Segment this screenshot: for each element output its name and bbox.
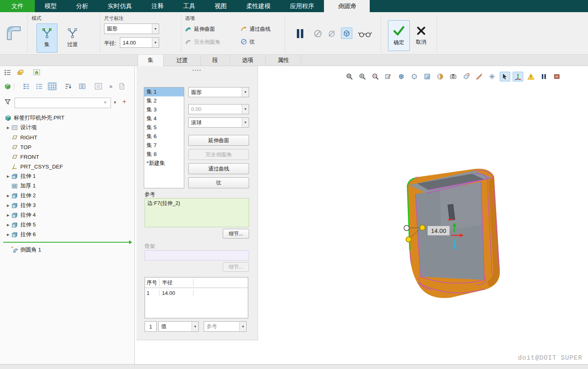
more-tools-chevron[interactable]: » [108, 82, 114, 90]
section-view-icon[interactable] [422, 72, 432, 81]
tree-root-part[interactable]: 标签打印机外壳.PRT [0, 113, 134, 123]
set-item-6[interactable]: 集 6 [144, 132, 184, 141]
tab-transitions[interactable]: 过渡 [164, 55, 201, 66]
display-style-icon[interactable] [409, 72, 420, 81]
radius-select[interactable]: 14.00 ▼ [120, 37, 159, 48]
radius-table[interactable]: 序号 半径 1 14.00 [145, 277, 248, 318]
menu-view[interactable]: 视图 [205, 0, 236, 12]
ok-button[interactable]: 确定 [388, 20, 410, 51]
menu-live-sim[interactable]: 实时仿真 [98, 0, 142, 12]
sort-icon[interactable] [64, 82, 73, 90]
reference-item[interactable]: 边:F7(拉伸_2) [147, 200, 180, 206]
tree-item-extrude-4[interactable]: ▶ 拉伸 4 [0, 210, 134, 220]
tree-item-top-plane[interactable]: TOP [0, 142, 134, 152]
tree-item-extrude-3[interactable]: ▶ 拉伸 3 [0, 200, 134, 210]
full-round-option[interactable]: 完全倒圆角 [185, 37, 220, 47]
warning-icon[interactable] [526, 72, 536, 81]
expand-arrow-icon[interactable]: ▶ [5, 233, 11, 237]
expand-arrow-icon[interactable]: ▶ [5, 175, 11, 178]
menu-applications[interactable]: 应用程序 [280, 0, 324, 12]
shading-style-icon[interactable] [396, 72, 407, 81]
set-item-2[interactable]: 集 2 [144, 96, 184, 105]
detail-list-icon[interactable] [94, 82, 103, 90]
conic-value-select[interactable]: 0.00 ▼ [188, 104, 249, 114]
tree-item-csys[interactable]: PRT_CSYS_DEF [0, 162, 134, 171]
model-3d-view[interactable]: 14.00 [379, 160, 517, 306]
panel-shape-select[interactable]: 圆形 ▼ [188, 87, 249, 97]
full-round-button[interactable]: 完全倒圆角 [188, 149, 249, 160]
tree-format-icon[interactable] [22, 82, 31, 90]
no-preview-icon[interactable] [313, 28, 323, 39]
panel-drag-handle[interactable]: •••• [136, 68, 258, 73]
set-item-4[interactable]: 集 4 [144, 114, 184, 123]
spine-collector[interactable] [145, 250, 249, 260]
tree-item-front-plane[interactable]: FRONT [0, 152, 134, 162]
model-tree-icon[interactable] [3, 68, 12, 77]
radius-dimension[interactable]: 14.00 [428, 226, 450, 235]
tree-item-extrude-5[interactable]: ▶ 拉伸 5 [0, 220, 134, 230]
set-item-7[interactable]: 集 7 [144, 141, 184, 150]
insertion-indicator[interactable] [3, 242, 131, 243]
tree-filter-input[interactable] [15, 98, 111, 108]
datum-display-icon[interactable] [487, 72, 497, 81]
chevron-down-icon[interactable]: ▼ [242, 118, 249, 127]
add-filter-icon[interactable]: + [121, 98, 128, 106]
through-curve-option[interactable]: 通过曲线 [241, 24, 271, 34]
through-curve-button[interactable]: 通过曲线 [188, 163, 249, 174]
chevron-down-icon[interactable]: ▼ [152, 24, 159, 34]
stop-icon[interactable] [552, 72, 562, 81]
zoom-out-icon[interactable] [370, 72, 381, 81]
chord-option[interactable]: 弦 [241, 37, 255, 47]
menu-flex-modeling[interactable]: 柔性建模 [236, 0, 280, 12]
tab-options[interactable]: 选项 [230, 55, 266, 66]
pause-icon[interactable] [539, 72, 549, 81]
tree-item-extrude-1[interactable]: ▶ 拉伸 1 [0, 171, 134, 181]
menu-round-active[interactable]: 倒圆角 [324, 0, 370, 12]
menu-tools[interactable]: 工具 [173, 0, 205, 12]
extend-surfaces-button[interactable]: 延伸曲面 [188, 135, 249, 146]
radius-drag-handle[interactable] [420, 225, 425, 230]
sets-list[interactable]: 集 1 集 2 集 3 集 4 集 5 集 6 集 7 集 8 *新建集 [144, 87, 184, 188]
spine-details-button[interactable]: 细节... [223, 262, 249, 272]
expand-arrow-icon[interactable]: ▶ [5, 223, 11, 227]
references-collector[interactable]: 边:F7(拉伸_2) [145, 198, 249, 227]
tree-item-thicken-1[interactable]: 加厚 1 [0, 181, 134, 191]
dragger-3d-icon[interactable] [513, 72, 523, 81]
expand-arrow-icon[interactable]: ▶ [5, 204, 11, 207]
tree-item-extrude-6[interactable]: ▶ 拉伸 6 [0, 230, 134, 239]
show-items-icon[interactable] [3, 82, 12, 90]
cancel-button[interactable]: 取消 [411, 20, 431, 51]
tree-item-design-items[interactable]: ▶ 设计项 [0, 123, 134, 132]
menu-file[interactable]: 文件 [0, 0, 35, 12]
set-item-3[interactable]: 集 3 [144, 105, 184, 114]
extend-surfaces-option[interactable]: 延伸曲面 [185, 24, 215, 34]
tab-pieces[interactable]: 段 [201, 55, 230, 66]
filter-icon[interactable] [3, 98, 12, 106]
document-icon[interactable] [117, 82, 126, 90]
tree-item-extrude-2[interactable]: ▶ 拉伸 2 [0, 191, 134, 200]
layer-tree-icon[interactable] [16, 68, 25, 77]
row-radius-cell[interactable]: 14.00 [160, 290, 194, 296]
chevron-down-icon[interactable]: ▼ [242, 87, 249, 97]
set-item-new[interactable]: *新建集 [144, 159, 184, 168]
refit-icon[interactable] [344, 72, 355, 81]
columns-icon[interactable] [78, 82, 87, 90]
transitions-mode-button[interactable]: 过渡 [60, 23, 85, 53]
check-glasses-icon[interactable] [357, 29, 373, 39]
repaint-icon[interactable] [383, 72, 394, 81]
set-item-5[interactable]: 集 5 [144, 123, 184, 132]
zoom-in-icon[interactable] [357, 72, 368, 81]
favorites-icon[interactable] [32, 68, 41, 77]
menu-model[interactable]: 模型 [35, 0, 66, 12]
clear-filter-icon[interactable]: × [104, 99, 107, 105]
tree-columns-toggle-icon[interactable] [48, 82, 57, 90]
tree-item-round-pending[interactable]: * 倒圆角 1 [0, 245, 134, 255]
unattached-preview-icon[interactable] [326, 28, 337, 39]
chevron-down-icon[interactable]: ▼ [192, 322, 198, 331]
chevron-down-icon[interactable]: ▼ [152, 38, 159, 47]
fillet-shape-select[interactable]: 圆形 ▼ [104, 23, 159, 34]
selection-filter-icon[interactable] [500, 72, 510, 81]
filter-dropdown-icon[interactable]: ▼ [112, 98, 118, 107]
attached-preview-button[interactable] [341, 28, 352, 39]
set-item-8[interactable]: 集 8 [144, 150, 184, 159]
